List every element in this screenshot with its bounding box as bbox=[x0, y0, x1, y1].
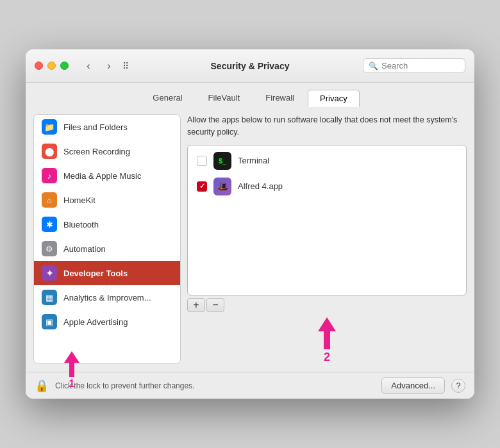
sidebar-label-files-folders: Files and Folders bbox=[63, 122, 128, 132]
tab-general[interactable]: General bbox=[140, 89, 194, 106]
sidebar-label-media-apple-music: Media & Apple Music bbox=[63, 171, 141, 181]
window-title: Security & Privacy bbox=[211, 61, 290, 71]
alfred-name: Alfred 4.app bbox=[238, 181, 283, 191]
forward-button[interactable]: › bbox=[101, 60, 117, 72]
sidebar-item-homekit[interactable]: ⌂ HomeKit bbox=[34, 188, 180, 212]
bottom-up-arrow-icon bbox=[64, 351, 79, 363]
apple-advertising-icon: ▣ bbox=[42, 314, 57, 329]
lock-icon: 🔒 bbox=[35, 379, 49, 393]
sidebar-item-analytics[interactable]: ▦ Analytics & Improvem... bbox=[34, 285, 180, 310]
grid-icon[interactable]: ⠿ bbox=[122, 61, 129, 71]
alfred-icon: 🎩 bbox=[213, 178, 231, 195]
table-row[interactable]: 🎩 Alfred 4.app bbox=[190, 174, 463, 199]
traffic-lights bbox=[35, 62, 69, 70]
developer-tools-icon: ✦ bbox=[42, 265, 57, 281]
sidebar-item-developer-tools[interactable]: ✦ Developer Tools bbox=[34, 261, 180, 285]
arrow-stem bbox=[324, 331, 330, 349]
sidebar-item-files-folders[interactable]: 📁 Files and Folders bbox=[34, 115, 180, 139]
terminal-checkbox[interactable] bbox=[197, 156, 207, 166]
bottom-bar: 🔒 Click the lock to prevent further chan… bbox=[26, 372, 474, 399]
tab-privacy[interactable]: Privacy bbox=[308, 90, 360, 107]
add-button[interactable]: + bbox=[187, 298, 205, 312]
sidebar-item-automation[interactable]: ⚙ Automation bbox=[34, 236, 180, 261]
remove-button[interactable]: − bbox=[206, 298, 224, 312]
add-remove-bar: + − bbox=[187, 298, 467, 312]
sidebar-item-apple-advertising[interactable]: ▣ Apple Advertising bbox=[34, 310, 180, 334]
sidebar-label-developer-tools: Developer Tools bbox=[63, 269, 128, 278]
content-area: 📁 Files and Folders ⬤ Screen Recording ♪… bbox=[26, 106, 474, 372]
automation-icon: ⚙ bbox=[42, 241, 57, 256]
sidebar-label-apple-advertising: Apple Advertising bbox=[63, 317, 128, 327]
lock-text: Click the lock to prevent further change… bbox=[55, 381, 375, 390]
close-button[interactable] bbox=[35, 62, 43, 70]
tab-firewall[interactable]: Firewall bbox=[253, 89, 306, 106]
annotation-number-2: 2 bbox=[324, 351, 330, 364]
help-button[interactable]: ? bbox=[451, 379, 465, 393]
sidebar: 📁 Files and Folders ⬤ Screen Recording ♪… bbox=[33, 114, 181, 364]
search-box[interactable]: 🔍 bbox=[363, 58, 465, 73]
sidebar-label-bluetooth: Bluetooth bbox=[63, 220, 99, 229]
sidebar-label-homekit: HomeKit bbox=[63, 195, 96, 205]
minimize-button[interactable] bbox=[47, 62, 56, 70]
media-apple-music-icon: ♪ bbox=[42, 168, 57, 183]
search-input[interactable] bbox=[381, 61, 458, 71]
annotation-number-1: 1 bbox=[69, 378, 75, 390]
apps-box: $_ Terminal 🎩 Alfred 4.app bbox=[187, 145, 467, 296]
terminal-name: Terminal bbox=[238, 156, 269, 165]
homekit-icon: ⌂ bbox=[42, 192, 57, 208]
bluetooth-icon: ✱ bbox=[42, 217, 57, 232]
terminal-icon: $_ bbox=[213, 152, 231, 170]
up-arrow-icon bbox=[318, 317, 336, 331]
bottom-arrow-container: 1 bbox=[64, 351, 79, 390]
files-folders-icon: 📁 bbox=[42, 119, 57, 135]
sidebar-label-automation: Automation bbox=[63, 244, 106, 254]
search-icon: 🔍 bbox=[369, 62, 378, 71]
sidebar-item-bluetooth[interactable]: ✱ Bluetooth bbox=[34, 212, 180, 236]
advanced-button[interactable]: Advanced... bbox=[381, 377, 445, 394]
table-row[interactable]: $_ Terminal bbox=[190, 148, 463, 174]
sidebar-label-analytics: Analytics & Improvem... bbox=[63, 293, 151, 303]
arrow-annotation-2: 2 bbox=[187, 317, 467, 364]
titlebar: ‹ › ⠿ Security & Privacy 🔍 bbox=[26, 49, 474, 83]
alfred-checkbox[interactable] bbox=[197, 181, 207, 192]
back-button[interactable]: ‹ bbox=[80, 60, 97, 72]
tabbar: General FileVault Firewall Privacy bbox=[26, 83, 474, 106]
tab-filevault[interactable]: FileVault bbox=[196, 89, 253, 106]
maximize-button[interactable] bbox=[60, 62, 69, 70]
screen-recording-icon: ⬤ bbox=[42, 144, 57, 159]
right-panel: Allow the apps below to run software loc… bbox=[187, 114, 467, 364]
panel-description: Allow the apps below to run software loc… bbox=[187, 114, 467, 138]
analytics-icon: ▦ bbox=[42, 290, 57, 305]
main-window: ‹ › ⠿ Security & Privacy 🔍 General FileV… bbox=[26, 49, 474, 399]
bottom-arrow-stem bbox=[69, 363, 74, 377]
sidebar-wrapper: 📁 Files and Folders ⬤ Screen Recording ♪… bbox=[33, 114, 181, 364]
sidebar-item-media-apple-music[interactable]: ♪ Media & Apple Music bbox=[34, 163, 180, 188]
sidebar-item-screen-recording[interactable]: ⬤ Screen Recording bbox=[34, 139, 180, 163]
sidebar-label-screen-recording: Screen Recording bbox=[63, 147, 130, 156]
nav-buttons: ‹ › bbox=[80, 60, 117, 72]
